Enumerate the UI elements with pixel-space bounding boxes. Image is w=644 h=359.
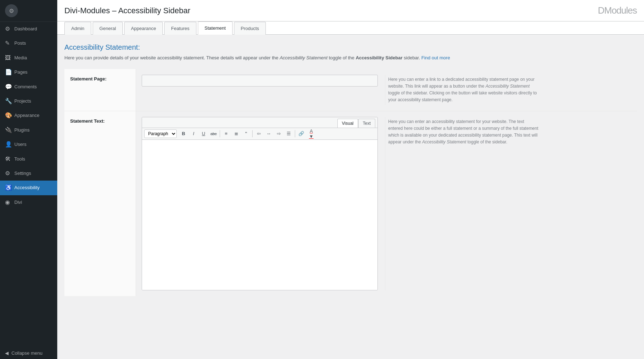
sidebar: ⚙ ⚙Dashboard✎Posts🖼Media📄Pages💬Comments🔧… xyxy=(0,0,57,359)
tab-visual[interactable]: Visual xyxy=(337,119,358,128)
sidebar-label-appearance: Appearance xyxy=(14,112,39,119)
sidebar-item-tools[interactable]: 🛠Tools xyxy=(0,152,57,166)
dashboard-icon: ⚙ xyxy=(5,25,11,33)
sidebar-item-comments[interactable]: 💬Comments xyxy=(0,80,57,94)
sidebar-item-posts[interactable]: ✎Posts xyxy=(0,36,57,50)
posts-icon: ✎ xyxy=(5,39,11,47)
sidebar-label-dashboard: Dashboard xyxy=(14,26,37,32)
brand-logo: DModules xyxy=(598,5,637,16)
wp-logo-icon: ⚙ xyxy=(5,4,18,17)
tab-products[interactable]: Products xyxy=(234,22,266,35)
section-description: Here you can provide details of your web… xyxy=(64,54,637,62)
tab-text[interactable]: Text xyxy=(358,119,375,128)
sidebar-label-divi: Divi xyxy=(14,199,22,206)
sidebar-item-pages[interactable]: 📄Pages xyxy=(0,65,57,79)
accessibility-icon: ♿ xyxy=(5,184,11,192)
sidebar-logo: ⚙ xyxy=(0,0,57,22)
editor-toolbar: Paragraph B I U abc ≡ ≣ " ⇦ ↔ xyxy=(142,128,377,140)
sidebar-nav: ⚙Dashboard✎Posts🖼Media📄Pages💬Comments🔧Pr… xyxy=(0,22,57,347)
statement-page-help: Here you can enter a link to a dedicated… xyxy=(385,75,542,105)
editor-body[interactable] xyxy=(142,140,377,290)
sidebar-item-appearance[interactable]: 🎨Appearance xyxy=(0,108,57,123)
sidebar-label-posts: Posts xyxy=(14,40,26,46)
plugins-icon: 🔌 xyxy=(5,126,11,134)
settings-icon: ⚙ xyxy=(5,169,11,177)
divi-icon: ◉ xyxy=(5,198,11,206)
statement-text-editor-area: Visual Text Paragraph B I U abc xyxy=(142,117,378,290)
projects-icon: 🔧 xyxy=(5,97,11,105)
statement-page-input[interactable] xyxy=(142,75,378,87)
sidebar-item-projects[interactable]: 🔧Projects xyxy=(0,94,57,108)
sidebar-label-comments: Comments xyxy=(14,84,37,90)
editor-container: Visual Text Paragraph B I U abc xyxy=(142,117,378,290)
sidebar-item-users[interactable]: 👤Users xyxy=(0,137,57,152)
sidebar-item-plugins[interactable]: 🔌Plugins xyxy=(0,123,57,137)
tab-general[interactable]: General xyxy=(93,22,123,35)
sidebar-label-users: Users xyxy=(14,141,26,148)
statement-text-content: Visual Text Paragraph B I U abc xyxy=(136,111,637,296)
toolbar-divider-2 xyxy=(252,130,253,137)
underline-button[interactable]: U xyxy=(199,129,208,138)
sidebar-item-accessibility[interactable]: ♿Accessibility xyxy=(0,181,57,195)
bold-button[interactable]: B xyxy=(179,129,188,138)
sidebar-item-divi[interactable]: ◉Divi xyxy=(0,195,57,210)
sidebar-label-plugins: Plugins xyxy=(14,127,30,133)
numbered-list-button[interactable]: ≣ xyxy=(231,129,241,138)
link-button[interactable]: 🔗 xyxy=(297,129,306,138)
tabs-bar: AdminGeneralAppearanceFeaturesStatementP… xyxy=(57,21,644,35)
sidebar-label-projects: Projects xyxy=(14,98,31,104)
editor-tabs: Visual Text xyxy=(142,117,377,128)
statement-page-content: Here you can enter a link to a dedicated… xyxy=(136,69,637,111)
sidebar-label-media: Media xyxy=(14,55,27,61)
tools-icon: 🛠 xyxy=(5,155,11,163)
main-content: Divi-Modules – Accessibility Sidebar DMo… xyxy=(57,0,644,359)
toolbar-divider-3 xyxy=(295,130,295,137)
statement-page-label: Statement Page: xyxy=(64,69,136,111)
toolbar-divider-1 xyxy=(220,130,220,137)
statement-text-help: Here you can enter an accessibility stat… xyxy=(385,117,542,290)
sidebar-label-pages: Pages xyxy=(14,69,28,75)
statement-text-label: Statement Text: xyxy=(64,111,136,296)
sidebar-label-accessibility: Accessibility xyxy=(14,185,40,191)
italic-button[interactable]: I xyxy=(189,129,198,138)
users-icon: 👤 xyxy=(5,141,11,148)
tab-features[interactable]: Features xyxy=(164,22,196,35)
sidebar-item-dashboard[interactable]: ⚙Dashboard xyxy=(0,22,57,36)
align-left-button[interactable]: ⇦ xyxy=(254,129,263,138)
tab-admin[interactable]: Admin xyxy=(64,22,91,35)
bullet-list-button[interactable]: ≡ xyxy=(221,129,231,138)
sidebar-item-media[interactable]: 🖼Media xyxy=(0,51,57,65)
tab-statement[interactable]: Statement xyxy=(198,21,233,35)
align-right-button[interactable]: ⇨ xyxy=(274,129,283,138)
statement-page-input-area xyxy=(142,75,378,105)
appearance-icon: 🎨 xyxy=(5,112,11,119)
brand-name-part2: odules xyxy=(611,5,637,16)
media-icon: 🖼 xyxy=(5,54,11,62)
tab-appearance[interactable]: Appearance xyxy=(124,22,163,35)
sidebar-item-settings[interactable]: ⚙Settings xyxy=(0,166,57,181)
sidebar-label-tools: Tools xyxy=(14,156,25,162)
comments-icon: 💬 xyxy=(5,83,11,91)
align-justify-button[interactable]: ☰ xyxy=(284,129,293,138)
page-title: Divi-Modules – Accessibility Sidebar xyxy=(64,6,190,15)
collapse-menu-label: Collapse menu xyxy=(11,350,43,356)
find-out-more-link[interactable]: Find out more xyxy=(421,55,450,60)
statement-page-row: Statement Page: Here you can enter a lin… xyxy=(64,69,637,111)
sidebar-label-settings: Settings xyxy=(14,170,31,177)
paragraph-select[interactable]: Paragraph xyxy=(144,129,177,138)
color-button[interactable]: A ▼ xyxy=(307,129,316,138)
topbar: Divi-Modules – Accessibility Sidebar DMo… xyxy=(57,0,644,21)
content-area: Accessibility Statement: Here you can pr… xyxy=(57,35,644,305)
align-center-button[interactable]: ↔ xyxy=(264,129,273,138)
collapse-menu-button[interactable]: ◀ Collapse menu xyxy=(0,347,57,359)
section-title: Accessibility Statement: xyxy=(64,43,637,51)
blockquote-button[interactable]: " xyxy=(241,129,251,138)
statement-text-row: Statement Text: Visual Text Paragraph B xyxy=(64,111,637,296)
pages-icon: 📄 xyxy=(5,68,11,76)
strikethrough-button[interactable]: abc xyxy=(209,129,218,138)
collapse-icon: ◀ xyxy=(5,350,9,356)
